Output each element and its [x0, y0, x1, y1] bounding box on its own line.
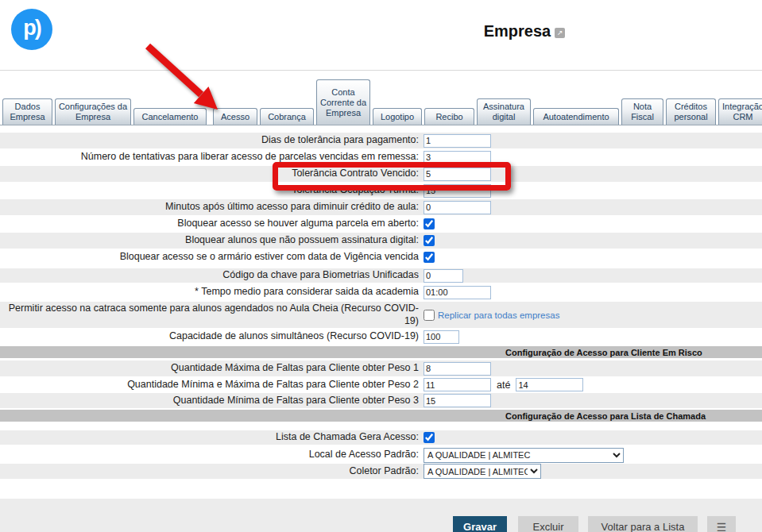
- codigo-chave-biometrias-input[interactable]: [424, 269, 463, 283]
- field-label: Local de Acesso Padrão:: [0, 449, 421, 461]
- page-title-wrap: Empresa↗: [381, 22, 667, 40]
- faltas-peso-3-input[interactable]: [424, 394, 491, 407]
- tab-autoatendimento[interactable]: Autoatendimento: [533, 108, 619, 125]
- row-faltas-peso-3: Quantidade Mínima de Faltas para Cliente…: [0, 393, 762, 408]
- row-coletor-padrao: Coletor Padrão: A QUALIDADE | ALMITEC: [0, 464, 762, 479]
- tab-logotipo[interactable]: Logotipo: [373, 108, 422, 125]
- field-label: Código da chave para Biometrias Unificad…: [0, 269, 421, 281]
- permitir-acesso-catraca-checkbox[interactable]: [424, 310, 435, 321]
- range-separator-label: até: [497, 380, 510, 391]
- pacto-logo-text: p): [23, 16, 40, 43]
- empresa-settings-page: p) Empresa↗ Dados Empresa Configurações …: [0, 0, 762, 532]
- coletor-padrao-select[interactable]: A QUALIDADE | ALMITEC: [424, 464, 541, 479]
- row-codigo-chave-biometrias: Código da chave para Biometrias Unificad…: [0, 268, 762, 283]
- section-header-cliente-em-risco: Configuração de Acesso para Cliente Em R…: [0, 346, 762, 358]
- capacidade-alunos-simultaneos-input[interactable]: [424, 330, 459, 344]
- tab-creditos-personal[interactable]: Créditos personal: [666, 98, 716, 125]
- footer-buttons: Gravar Excluir Voltar para a Lista ☰: [453, 516, 736, 532]
- faltas-peso-2-min-input[interactable]: [424, 378, 491, 391]
- field-label: Minutos após último acesso para diminuir…: [0, 201, 421, 213]
- bloquear-sem-assinatura-checkbox[interactable]: [424, 235, 435, 246]
- excluir-button[interactable]: Excluir: [518, 516, 578, 532]
- field-label: Tolerância Contrato Vencido:: [0, 168, 421, 179]
- row-bloquear-parcela-aberto: Bloquear acesso se houver alguma parcela…: [0, 216, 762, 232]
- acesso-settings-form: Dias de tolerância para pagamento: Númer…: [0, 133, 762, 480]
- field-label: Quantidade Mínima de Faltas para Cliente…: [0, 395, 421, 407]
- field-label: Bloquear acesso se houver alguma parcela…: [0, 218, 421, 229]
- tab-recibo[interactable]: Recibo: [424, 108, 474, 125]
- tab-conta-corrente-da-empresa[interactable]: Conta Corrente da Empresa: [316, 79, 370, 125]
- field-label: Número de tentativas para liberar acesso…: [0, 151, 421, 163]
- row-capacidade-alunos-simultaneos: Capacidade de alunos simultâneos (Recurs…: [0, 330, 762, 344]
- tab-configuracoes-da-empresa[interactable]: Configurações da Empresa: [55, 98, 131, 125]
- minutos-apos-ultimo-acesso-input[interactable]: [424, 201, 491, 214]
- field-label: Bloquear alunos que não possuem assinatu…: [0, 234, 421, 246]
- voltar-para-a-lista-button[interactable]: Voltar para a Lista: [588, 516, 698, 532]
- row-tempo-medio-saida: * Tempo medio para considerar saida da a…: [0, 285, 762, 299]
- external-link-icon[interactable]: ↗: [555, 28, 565, 38]
- tentativas-liberar-acesso-input[interactable]: [424, 151, 491, 164]
- row-local-de-acesso-padrao: Local de Acesso Padrão: A QUALIDADE | AL…: [0, 447, 762, 463]
- tolerancia-ocupacao-turma-input[interactable]: [424, 184, 491, 198]
- row-tolerancia-contrato-vencido: Tolerância Contrato Vencido:: [0, 166, 762, 182]
- dias-tolerancia-pagamento-input[interactable]: [424, 134, 491, 148]
- list-icon-button[interactable]: ☰: [707, 516, 736, 532]
- local-acesso-padrao-select[interactable]: A QUALIDADE | ALMITEC: [424, 448, 624, 463]
- tab-strip: Dados Empresa Configurações da Empresa C…: [0, 71, 762, 125]
- bloquear-parcela-aberto-checkbox[interactable]: [424, 218, 435, 229]
- row-minutos-apos-ultimo-acesso: Minutos após último acesso para diminuir…: [0, 199, 762, 215]
- row-bloquear-armario-vigencia: Bloquear acesso se o armário estiver com…: [0, 249, 762, 265]
- tempo-medio-saida-input[interactable]: [424, 286, 491, 299]
- field-label: Bloquear acesso se o armário estiver com…: [0, 251, 421, 263]
- field-label: Lista de Chamada Gera Acesso:: [0, 431, 421, 443]
- tab-nota-fiscal[interactable]: Nota Fiscal: [621, 98, 663, 125]
- field-label: Quantidade Máxima de Faltas para Cliente…: [0, 362, 421, 374]
- tab-dados-empresa[interactable]: Dados Empresa: [2, 98, 52, 125]
- field-label: Coletor Padrão:: [0, 465, 421, 477]
- faltas-peso-2-max-input[interactable]: [516, 378, 583, 391]
- section-header-lista-de-chamada: Configuração de Acesso para Lista de Cha…: [0, 410, 762, 422]
- field-label: Quantidade Mínima e Máxima de Faltas par…: [0, 379, 421, 391]
- field-label: Permitir acesso na catraca somente para …: [0, 303, 421, 327]
- row-faltas-peso-1: Quantidade Máxima de Faltas para Cliente…: [0, 360, 762, 376]
- row-tentativas-liberar-acesso: Número de tentativas para liberar acesso…: [0, 149, 762, 165]
- replicar-todas-empresas-link[interactable]: Replicar para todas empresas: [438, 310, 559, 320]
- tab-cobranca[interactable]: Cobrança: [260, 108, 314, 125]
- page-title: Empresa: [484, 22, 551, 40]
- faltas-peso-1-input[interactable]: [424, 362, 491, 376]
- tab-cancelamento[interactable]: Cancelamento: [133, 108, 207, 125]
- field-label: * Tempo medio para considerar saida da a…: [0, 286, 421, 298]
- section-header-label: Configuração de Acesso para Cliente Em R…: [0, 348, 702, 357]
- bloquear-armario-vigencia-checkbox[interactable]: [424, 252, 435, 263]
- gravar-button[interactable]: Gravar: [453, 516, 507, 532]
- row-bloquear-sem-assinatura-digital: Bloquear alunos que não possuem assinatu…: [0, 233, 762, 249]
- tolerancia-contrato-vencido-input[interactable]: [424, 168, 491, 181]
- section-header-label: Configuração de Acesso para Lista de Cha…: [0, 411, 706, 421]
- lista-chamada-gera-acesso-checkbox[interactable]: [424, 432, 435, 443]
- tab-integracao-crm[interactable]: Integração CRM: [718, 98, 762, 125]
- row-lista-chamada-gera-acesso: Lista de Chamada Gera Acesso:: [0, 430, 762, 445]
- pacto-logo: p): [11, 9, 52, 50]
- field-label: Capacidade de alunos simultâneos (Recurs…: [0, 330, 421, 342]
- tab-acesso[interactable]: Acesso: [213, 108, 257, 125]
- row-dias-tolerancia-pagamento: Dias de tolerância para pagamento:: [0, 133, 762, 148]
- row-faltas-peso-2: Quantidade Mínima e Máxima de Faltas par…: [0, 377, 762, 392]
- field-label: Tolerância Ocupação Turma:: [0, 184, 421, 196]
- tab-assinatura-digital[interactable]: Assinatura digital: [477, 98, 531, 125]
- row-permitir-acesso-catraca-covid: Permitir acesso na catraca somente para …: [0, 302, 762, 328]
- field-label: Dias de tolerância para pagamento:: [0, 134, 421, 146]
- row-tolerancia-ocupacao-turma: Tolerância Ocupação Turma:: [0, 183, 762, 199]
